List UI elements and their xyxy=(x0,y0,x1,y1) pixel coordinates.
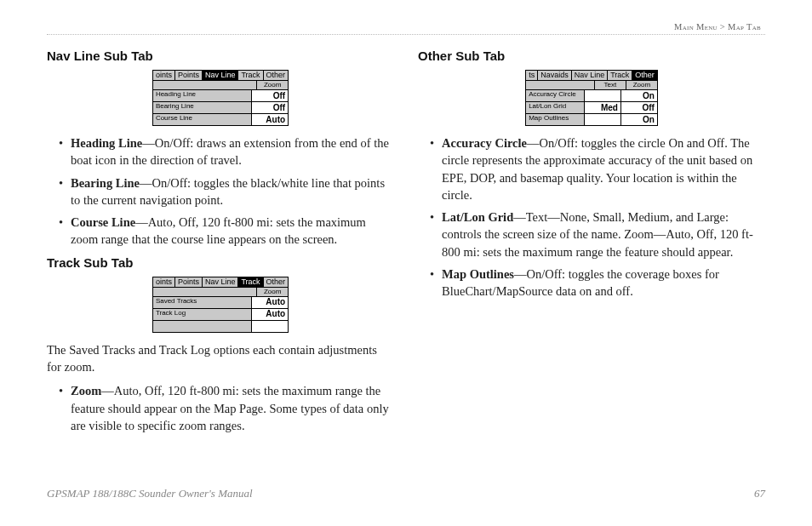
list-item-text: —Auto, Off, 120 ft-800 mi: sets the maxi… xyxy=(71,384,389,432)
ui-col-header: Zoom xyxy=(626,81,657,89)
breadcrumb: Main Menu > Map Tab xyxy=(674,22,761,31)
ui-row: Course LineAuto xyxy=(153,114,288,125)
ui-cell: Off xyxy=(251,90,288,101)
ui-cell xyxy=(584,90,620,101)
ui-tab: Track xyxy=(238,71,263,80)
ui-cell: On xyxy=(620,90,657,101)
ui-row: Bearing LineOff xyxy=(153,102,288,114)
ui-row: Saved TracksAuto xyxy=(153,297,288,309)
ui-tab: Nav Line xyxy=(572,71,609,80)
list-item: Lat/Lon Grid—Text—None, Small, Medium, a… xyxy=(442,209,765,260)
ui-cell: Med xyxy=(584,102,620,113)
list-item-term: Map Outlines xyxy=(442,267,514,281)
ui-cell xyxy=(584,114,620,125)
ui-row: Accuracy CircleOn xyxy=(526,90,657,102)
ui-row-label: Lat/Lon Grid xyxy=(526,102,584,113)
ui-col-header: Text xyxy=(594,81,626,89)
list-item-term: Accuracy Circle xyxy=(442,136,527,150)
ui-tab: Points xyxy=(175,71,203,80)
nav-line-ui: ointsPointsNav LineTrackOtherZoomHeading… xyxy=(152,70,289,126)
list-item-term: Lat/Lon Grid xyxy=(442,210,513,224)
ui-row: Lat/Lon GridMedOff xyxy=(526,102,657,114)
breadcrumb-b: Map Tab xyxy=(728,22,761,31)
track-paragraph: The Saved Tracks and Track Log options e… xyxy=(47,341,394,376)
track-bullets: Zoom—Auto, Off, 120 ft-800 mi: sets the … xyxy=(47,382,394,434)
page-number: 67 xyxy=(754,487,765,500)
ui-row-label: Accuracy Circle xyxy=(526,90,584,101)
ui-cell xyxy=(251,321,288,332)
list-item: Heading Line—On/Off: draws an extension … xyxy=(71,134,394,169)
ui-row-label: Course Line xyxy=(153,114,251,125)
list-item: Course Line—Auto, Off, 120 ft-800 mi: se… xyxy=(71,214,394,249)
ui-cell: Auto xyxy=(251,297,288,308)
list-item: Accuracy Circle—On/Off: toggles the circ… xyxy=(442,134,765,203)
ui-tab: Other xyxy=(632,71,657,80)
rule-top xyxy=(47,34,765,35)
ui-tab: Nav Line xyxy=(203,71,239,80)
ui-col-header: Zoom xyxy=(256,81,288,89)
ui-cell: Off xyxy=(620,102,657,113)
ui-row-label: Map Outlines xyxy=(526,114,584,125)
list-item: Bearing Line—On/Off: toggles the black/w… xyxy=(71,174,394,209)
ui-row: Track LogAuto xyxy=(153,309,288,321)
ui-row: Map OutlinesOn xyxy=(526,114,657,125)
ui-row-label: Heading Line xyxy=(153,90,251,101)
ui-row-label: Bearing Line xyxy=(153,102,251,113)
list-item: Map Outlines—On/Off: toggles the coverag… xyxy=(442,266,765,300)
breadcrumb-sep: > xyxy=(720,22,725,31)
ui-tab: ts xyxy=(526,71,538,80)
ui-tab: Track xyxy=(238,277,263,287)
breadcrumb-a: Main Menu xyxy=(674,22,718,31)
ui-tab: Navaids xyxy=(538,71,572,80)
ui-tab: Other xyxy=(264,71,289,80)
ui-tab: oints xyxy=(153,277,175,287)
ui-tab: Points xyxy=(175,277,203,287)
footer: GPSMAP 188/188C Sounder Owner's Manual 6… xyxy=(47,487,765,500)
ui-cell: Auto xyxy=(251,114,288,125)
footer-title: GPSMAP 188/188C Sounder Owner's Manual xyxy=(47,487,253,500)
ui-tab: Other xyxy=(264,277,289,287)
track-ui: ointsPointsNav LineTrackOtherZoomSaved T… xyxy=(152,277,289,333)
ui-cell: On xyxy=(620,114,657,125)
ui-row-label xyxy=(153,321,251,332)
other-ui: tsNavaidsNav LineTrackOtherTextZoomAccur… xyxy=(525,70,658,126)
heading-other-sub-tab: Other Sub Tab xyxy=(418,49,765,63)
ui-cell: Auto xyxy=(251,309,288,320)
ui-row: Heading LineOff xyxy=(153,90,288,102)
heading-track-sub-tab: Track Sub Tab xyxy=(47,255,394,270)
list-item-term: Bearing Line xyxy=(71,176,140,190)
ui-tab: Track xyxy=(608,71,632,80)
ui-tab: Nav Line xyxy=(203,277,239,287)
list-item: Zoom—Auto, Off, 120 ft-800 mi: sets the … xyxy=(71,382,394,434)
heading-nav-line-sub-tab: Nav Line Sub Tab xyxy=(47,49,394,63)
ui-tab: oints xyxy=(153,71,175,80)
ui-row-label: Saved Tracks xyxy=(153,297,251,308)
list-item-term: Heading Line xyxy=(71,136,142,150)
ui-cell: Off xyxy=(251,102,288,113)
ui-row xyxy=(153,321,288,332)
other-bullets: Accuracy Circle—On/Off: toggles the circ… xyxy=(418,134,765,300)
list-item-term: Course Line xyxy=(71,215,135,229)
nav-line-bullets: Heading Line—On/Off: draws an extension … xyxy=(47,134,394,249)
list-item-term: Zoom xyxy=(71,384,101,397)
ui-col-header: Zoom xyxy=(256,288,288,296)
ui-row-label: Track Log xyxy=(153,309,251,320)
